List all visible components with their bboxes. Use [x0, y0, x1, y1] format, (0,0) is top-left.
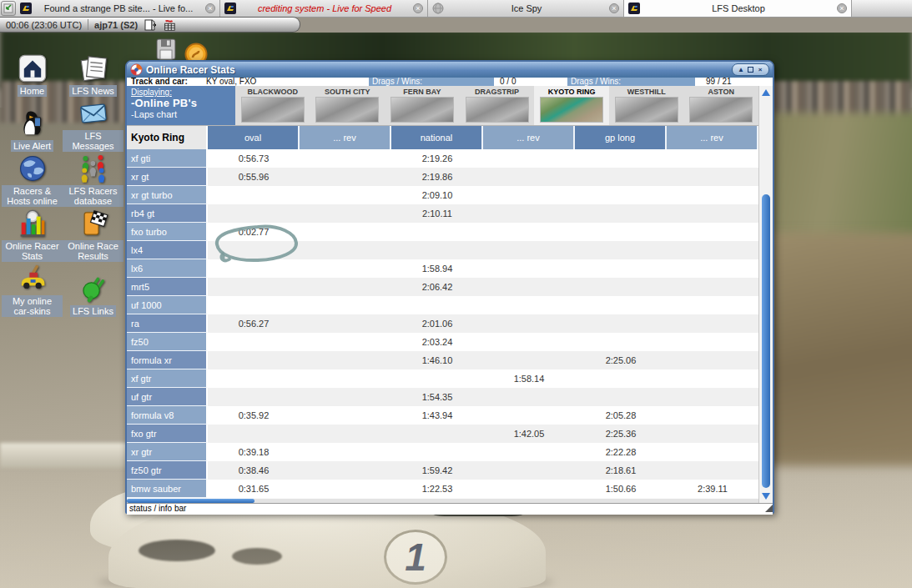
keyboard-grid-icon[interactable]	[163, 18, 176, 32]
lap-time-cell	[300, 241, 391, 259]
tab-close-icon[interactable]: ×	[205, 3, 215, 13]
lap-time-cell	[300, 259, 391, 278]
resize-grip[interactable]	[765, 505, 773, 512]
track-thumb-westhill[interactable]: WESTHILL	[609, 86, 684, 125]
track-thumb-image	[615, 97, 678, 123]
desktop-icon-my-online-car-skins[interactable]: My online car-skins	[2, 262, 63, 317]
new-tab-icon[interactable]	[1, 1, 16, 16]
column-header-6[interactable]: ... rev	[667, 126, 758, 149]
lap-time-cell	[667, 296, 758, 314]
tab-close-icon[interactable]: ×	[609, 3, 619, 13]
column-header-2[interactable]: ... rev	[300, 126, 391, 149]
lap-time-cell	[667, 314, 758, 333]
lap-time-cell	[208, 278, 300, 296]
desktop-icon-online-race-results[interactable]: Online Race Results	[63, 207, 123, 262]
vertical-scrollbar-thumb[interactable]	[762, 194, 770, 488]
browser-tab-ice-spy[interactable]: Ice Spy×	[428, 0, 624, 17]
desktop-icon-lfs-messages[interactable]: LFS Messages	[63, 97, 123, 152]
desktop-icon-lfs-news[interactable]: LFS News	[63, 42, 123, 97]
lap-time-cell	[208, 259, 300, 278]
lap-time-cell	[300, 480, 391, 498]
lap-time-cell	[300, 388, 391, 406]
lap-time-cell	[208, 369, 300, 388]
displaying-laps-chart[interactable]: -Laps chart	[131, 109, 231, 119]
browser-tab-lfs-desktop[interactable]: LFS Desktop×	[624, 0, 852, 17]
desktop-icon-lfs-links[interactable]: LFS Links	[63, 262, 123, 317]
lap-time-cell	[391, 223, 483, 241]
table-row-lx4: lx4	[127, 241, 758, 259]
browser-tab-found-a-strange-pb-site-[interactable]: Found a strange PB site... - Live fo...×	[16, 0, 220, 17]
scroll-down-icon[interactable]	[762, 493, 770, 500]
scroll-up-icon[interactable]	[762, 89, 770, 96]
lfs-favicon-icon	[628, 3, 640, 14]
track-thumbnails: BLACKWOODSOUTH CITYFERN BAYDRAGSTRIPKYOT…	[235, 86, 758, 125]
status-bar: status / info bar	[127, 503, 773, 515]
lap-time-cell	[483, 259, 575, 278]
lap-time-cell: 0:55.96	[208, 168, 300, 186]
lap-time-cell: 0:31.65	[208, 480, 300, 498]
lap-time-cell: 2:39.11	[667, 480, 758, 498]
desktop-icon-label: LFS Messages	[63, 130, 123, 152]
lap-time-cell	[575, 168, 667, 186]
desktop-icon-online-racer-stats[interactable]: Online Racer Stats	[2, 207, 63, 262]
track-thumb-south-city[interactable]: SOUTH CITY	[310, 86, 385, 125]
track-thumb-aston[interactable]: ASTON	[683, 86, 758, 125]
track-thumb-fern-bay[interactable]: FERN BAY	[385, 86, 460, 125]
displaying-heading: Displaying:	[131, 88, 231, 97]
lfs-taskbar: 00:06 (23:06 UTC) ajp71 (S2)	[0, 17, 300, 33]
track-thumb-kyoto-ring[interactable]: KYOTO RING	[534, 86, 609, 125]
close-icon[interactable]: ×	[756, 65, 764, 75]
lap-time-cell	[575, 149, 667, 168]
lap-times-table: xf gti0:56.732:19.26xr gt0:55.962:19.86x…	[127, 149, 758, 498]
tab-title: Found a strange PB site... - Live fo...	[35, 3, 202, 13]
lap-time-cell	[300, 461, 391, 480]
logout-door-icon[interactable]	[144, 18, 157, 32]
table-row-uf-gtr: uf gtr1:54.35	[127, 388, 758, 406]
maximize-icon[interactable]	[748, 67, 753, 73]
tab-close-icon[interactable]: ×	[837, 3, 847, 13]
track-thumb-blackwood[interactable]: BLACKWOOD	[235, 86, 310, 125]
drags-wins-value-2: 99 / 21	[706, 78, 732, 86]
lap-time-cell: 1:59.42	[391, 461, 483, 480]
minimize-icon[interactable]: ▲	[737, 65, 745, 75]
floppy-disk-icon[interactable]	[156, 38, 176, 60]
car-name-label: xr gt turbo	[127, 186, 208, 204]
browser-tab-crediting-system-live-fo[interactable]: crediting system - Live for Speed×	[220, 0, 428, 17]
stats-icon	[18, 209, 48, 239]
vertical-scrollbar[interactable]	[758, 86, 773, 503]
column-header-3[interactable]: national	[391, 126, 483, 149]
lap-time-cell: 0:35.92	[208, 406, 300, 425]
lap-time-cell	[667, 443, 758, 461]
tab-title: Ice Spy	[447, 3, 606, 13]
username-badge: ajp71 (S2)	[94, 20, 138, 30]
desktop-icon-lfs-racers-database[interactable]: LFS Racers database	[63, 152, 123, 207]
car-name-label: fxo turbo	[127, 223, 208, 241]
desktop-icon-racers-hosts-online[interactable]: Racers & Hosts online	[2, 152, 63, 207]
lap-time-cell	[208, 241, 300, 259]
displaying-online-pbs[interactable]: -Online PB's	[131, 97, 231, 109]
desktop-icon-live-alert[interactable]: Live Alert	[2, 97, 63, 152]
lap-time-cell	[300, 149, 391, 168]
tab-close-icon[interactable]: ×	[413, 3, 423, 13]
column-header-1[interactable]: oval	[208, 126, 300, 149]
lap-time-cell	[575, 296, 667, 314]
lap-time-cell	[483, 461, 575, 480]
lap-time-cell	[300, 204, 391, 223]
lap-time-cell: 0:39.18	[208, 443, 300, 461]
desktop-icon-label: Online Race Results	[63, 240, 123, 262]
desktop-icon-home[interactable]: Home	[2, 42, 63, 97]
column-header-4[interactable]: ... rev	[483, 126, 575, 149]
links-icon	[78, 274, 108, 304]
lap-time-cell	[483, 351, 575, 369]
lap-time-cell	[208, 333, 300, 351]
column-header-5[interactable]: gp long	[575, 126, 667, 149]
online-icon	[18, 153, 48, 183]
lap-time-cell	[575, 278, 667, 296]
window-titlebar[interactable]: Online Racer Stats ▲ ×	[127, 62, 773, 78]
lfs-favicon-icon	[20, 3, 32, 14]
track-thumb-dragstrip[interactable]: DRAGSTRIP	[460, 86, 535, 125]
lap-time-cell	[483, 223, 575, 241]
lap-time-cell: 0:56.27	[208, 314, 300, 333]
alert-icon	[18, 108, 48, 138]
lap-time-cell	[667, 388, 758, 406]
